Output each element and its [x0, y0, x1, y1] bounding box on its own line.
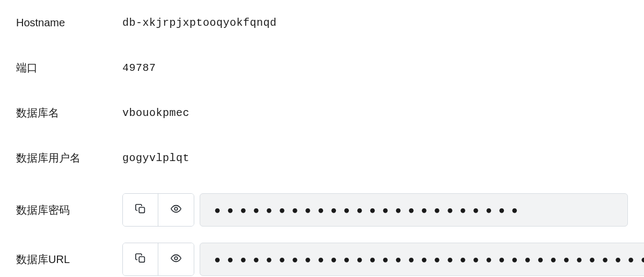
- svg-point-3: [174, 257, 178, 260]
- dbname-value: vbouokpmec: [122, 107, 189, 119]
- dburl-reveal-button[interactable]: [158, 243, 194, 275]
- hostname-value: db-xkjrpjxptooqyokfqnqd: [122, 17, 277, 29]
- dbpass-masked-value: ●●●●●●●●●●●●●●●●●●●●●●●●: [214, 205, 524, 215]
- dburl-button-group: [122, 243, 194, 276]
- eye-icon: [170, 252, 182, 266]
- svg-rect-2: [139, 257, 144, 262]
- dbuser-label: 数据库用户名: [16, 150, 122, 165]
- dburl-label: 数据库URL: [16, 252, 122, 267]
- svg-point-1: [174, 207, 178, 210]
- copy-icon: [135, 203, 147, 217]
- dburl-secret: ●●●●●●●●●●●●●●●●●●●●●●●●●●●●●●●●●●●●●●●●…: [122, 243, 644, 276]
- hostname-label: Hostname: [16, 15, 122, 30]
- dbuser-value: gogyvlplqt: [122, 152, 189, 164]
- dburl-row: 数据库URL ●●●●●●●●●: [16, 243, 628, 276]
- dbpass-copy-button[interactable]: [123, 194, 158, 226]
- dburl-copy-button[interactable]: [123, 243, 158, 275]
- hostname-row: Hostname db-xkjrpjxptooqyokfqnqd: [16, 13, 628, 32]
- dburl-masked-value: ●●●●●●●●●●●●●●●●●●●●●●●●●●●●●●●●●●●●●●●●…: [214, 254, 644, 265]
- dbpass-masked-field: ●●●●●●●●●●●●●●●●●●●●●●●●: [200, 193, 628, 227]
- dbpass-secret: ●●●●●●●●●●●●●●●●●●●●●●●●: [122, 193, 628, 227]
- eye-icon: [170, 203, 182, 217]
- dbname-label: 数据库名: [16, 105, 122, 120]
- port-value: 49787: [122, 62, 156, 74]
- dbname-row: 数据库名 vbouokpmec: [16, 103, 628, 122]
- copy-icon: [135, 252, 147, 266]
- dbuser-row: 数据库用户名 gogyvlplqt: [16, 148, 628, 167]
- dbpass-label: 数据库密码: [16, 202, 122, 217]
- dbpass-button-group: [122, 193, 194, 227]
- svg-rect-0: [139, 207, 144, 213]
- port-label: 端口: [16, 60, 122, 75]
- dbpass-reveal-button[interactable]: [158, 194, 194, 226]
- dbpass-row: 数据库密码 ●●●●●●●●●●: [16, 193, 628, 227]
- dburl-masked-field: ●●●●●●●●●●●●●●●●●●●●●●●●●●●●●●●●●●●●●●●●…: [200, 243, 644, 276]
- port-row: 端口 49787: [16, 58, 628, 77]
